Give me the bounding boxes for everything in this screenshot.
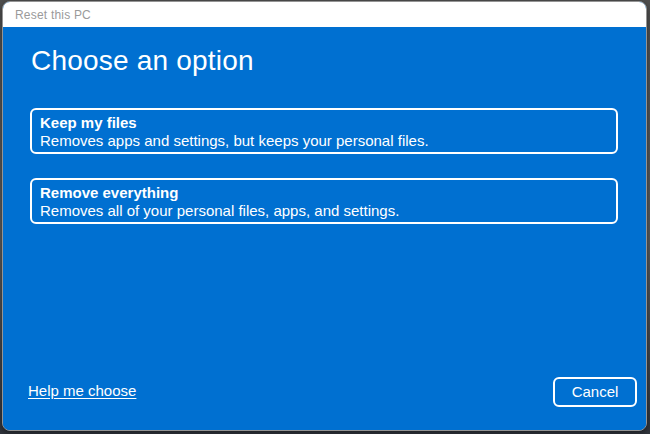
dialog-body: Choose an option Keep my files Removes a…: [3, 27, 646, 430]
help-me-choose-link[interactable]: Help me choose: [28, 382, 136, 400]
window-title: Reset this PC: [15, 8, 91, 22]
option-keep-my-files-title: Keep my files: [40, 113, 606, 132]
cancel-button[interactable]: Cancel: [553, 377, 637, 407]
screen-background: Reset this PC Choose an option Keep my f…: [0, 0, 650, 434]
page-title: Choose an option: [31, 43, 254, 79]
reset-pc-window: Reset this PC Choose an option Keep my f…: [2, 1, 647, 431]
option-remove-everything-title: Remove everything: [40, 183, 606, 202]
option-remove-everything-description: Removes all of your personal files, apps…: [40, 202, 606, 220]
option-keep-my-files[interactable]: Keep my files Removes apps and settings,…: [30, 108, 618, 154]
window-titlebar[interactable]: Reset this PC: [3, 2, 646, 27]
option-keep-my-files-description: Removes apps and settings, but keeps you…: [40, 132, 606, 150]
option-remove-everything[interactable]: Remove everything Removes all of your pe…: [30, 178, 618, 224]
